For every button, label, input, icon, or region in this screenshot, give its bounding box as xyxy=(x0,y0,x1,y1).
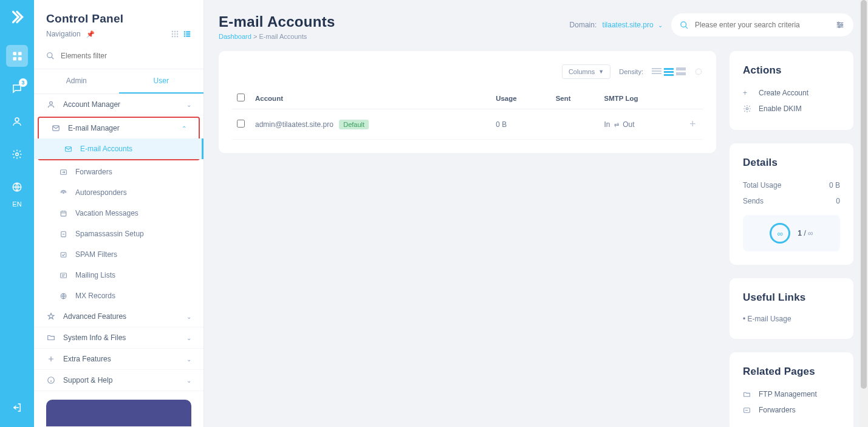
useful-links-card: Useful Links • E-mail Usage xyxy=(730,278,853,339)
density-label: Density: xyxy=(619,68,643,75)
quota-widget: ∞ 1 / ∞ xyxy=(743,215,840,251)
nav-forwarders[interactable]: Forwarders xyxy=(34,162,203,182)
nav-support[interactable]: Support & Help ⌄ xyxy=(34,370,203,391)
svg-rect-16 xyxy=(184,31,185,32)
density-medium-icon[interactable] xyxy=(664,67,674,76)
chevron-down-icon: ⌄ xyxy=(186,101,191,108)
chevron-down-icon: ⌄ xyxy=(658,22,663,29)
tab-admin[interactable]: Admin xyxy=(34,69,119,94)
details-card: Details Total Usage 0 B Sends 0 ∞ xyxy=(730,143,853,265)
sidebar-cta-button[interactable] xyxy=(46,400,191,426)
rail-chat-icon[interactable]: 3 xyxy=(6,78,28,100)
col-account[interactable]: Account xyxy=(250,87,491,109)
nav-extra[interactable]: Extra Features ⌄ xyxy=(34,349,203,370)
search-bar xyxy=(671,13,853,36)
crumb-dashboard[interactable]: Dashboard xyxy=(219,33,251,40)
search-input[interactable] xyxy=(695,21,829,29)
nav-email-accounts[interactable]: E-mail Accounts xyxy=(34,138,203,159)
rail-settings-icon[interactable] xyxy=(6,143,28,165)
pin-icon[interactable]: 📌 xyxy=(86,30,95,38)
rail-logout-icon[interactable] xyxy=(6,397,28,418)
create-account-action[interactable]: + Create Account xyxy=(743,85,840,101)
useful-links-title: Useful Links xyxy=(743,292,840,304)
view-list-icon[interactable] xyxy=(183,30,191,38)
reload-icon[interactable] xyxy=(694,67,703,76)
svg-rect-8 xyxy=(174,30,176,32)
rail-dashboard-icon[interactable] xyxy=(6,45,28,67)
svg-rect-10 xyxy=(172,33,173,34)
chevron-down-icon: ⌄ xyxy=(186,356,191,363)
page-title: E-mail Accounts xyxy=(219,13,335,30)
svg-rect-0 xyxy=(13,52,16,55)
svg-rect-13 xyxy=(172,35,173,36)
nav-mx[interactable]: MX Records xyxy=(34,285,203,306)
svg-rect-3 xyxy=(18,56,21,60)
svg-rect-1 xyxy=(18,52,21,55)
svg-rect-18 xyxy=(184,33,185,34)
email-usage-link[interactable]: • E-mail Usage xyxy=(743,312,840,326)
actions-title: Actions xyxy=(743,64,840,77)
domain-selector[interactable]: Domain: tilaatest.site.pro ⌄ xyxy=(570,21,663,29)
svg-point-36 xyxy=(841,24,842,26)
forward-icon xyxy=(743,406,753,414)
logo-icon[interactable] xyxy=(7,7,27,27)
col-usage[interactable]: Usage xyxy=(491,87,551,109)
nav-sysinfo[interactable]: System Info & Files ⌄ xyxy=(34,327,203,349)
svg-point-27 xyxy=(63,192,64,193)
details-title: Details xyxy=(743,157,840,169)
svg-rect-14 xyxy=(174,35,176,36)
chevron-down-icon: ⌄ xyxy=(186,335,191,341)
svg-point-4 xyxy=(15,118,19,121)
svg-rect-21 xyxy=(186,35,190,36)
mail-icon xyxy=(63,145,73,153)
swap-icon: ⇄ xyxy=(614,121,619,128)
select-all-checkbox[interactable] xyxy=(237,94,245,101)
nav-account-manager[interactable]: Account Manager ⌄ xyxy=(34,94,203,115)
rail-lang-icon[interactable] xyxy=(6,176,28,198)
row-checkbox[interactable] xyxy=(237,120,245,128)
elements-filter-input[interactable] xyxy=(61,52,191,60)
nav-spamassassin[interactable]: Spamassassin Setup xyxy=(34,224,203,244)
nav-advanced[interactable]: Advanced Features ⌄ xyxy=(34,306,203,327)
chevron-down-icon: ⌄ xyxy=(186,377,191,384)
tab-user[interactable]: User xyxy=(119,69,204,94)
density-compact-icon[interactable] xyxy=(652,67,661,76)
col-sent[interactable]: Sent xyxy=(551,87,600,109)
sidebar-subtitle: Navigation xyxy=(46,30,81,38)
rail-lang-label: EN xyxy=(12,200,21,208)
star-icon xyxy=(46,312,56,321)
enable-dkim-action[interactable]: Enable DKIM xyxy=(743,101,840,117)
scrollbar[interactable] xyxy=(859,0,868,427)
folder-icon xyxy=(46,333,56,342)
sliders-icon[interactable] xyxy=(835,20,845,30)
view-grid-icon[interactable] xyxy=(171,30,179,38)
col-smtp[interactable]: SMTP Log xyxy=(600,87,685,109)
nav-autoresponders[interactable]: Autoresponders xyxy=(34,182,203,203)
total-usage-label: Total Usage xyxy=(743,181,781,190)
account-sent xyxy=(551,109,600,140)
sidebar-title: Control Panel xyxy=(46,12,191,26)
expand-row-icon[interactable]: + xyxy=(689,118,696,130)
chevron-up-icon: ⌃ xyxy=(182,125,186,132)
table-row[interactable]: admin@tilaatest.site.pro Default 0 B In … xyxy=(232,109,703,140)
smtp-log[interactable]: In ⇄ Out xyxy=(600,109,685,140)
filter-icon xyxy=(58,251,68,259)
density-large-icon[interactable] xyxy=(676,67,686,76)
related-pages-title: Related Pages xyxy=(743,366,840,378)
nav-spamfilters[interactable]: SPAM Filters xyxy=(34,244,203,265)
scrollbar-thumb[interactable] xyxy=(861,0,867,389)
chevron-down-icon: ⌄ xyxy=(186,313,191,320)
nav-vacation[interactable]: Vacation Messages xyxy=(34,203,203,224)
rail-user-icon[interactable] xyxy=(6,111,28,132)
svg-point-47 xyxy=(746,108,748,110)
sends-label: Sends xyxy=(743,197,764,205)
nav-mailing[interactable]: Mailing Lists xyxy=(34,265,203,285)
nav-email-manager[interactable]: E-mail Manager ⌃ xyxy=(34,118,203,138)
related-ftp[interactable]: FTP Management xyxy=(743,386,840,402)
svg-rect-41 xyxy=(664,68,674,70)
svg-rect-43 xyxy=(664,74,674,76)
columns-button[interactable]: Columns ▼ xyxy=(562,64,610,79)
list-icon xyxy=(58,272,68,279)
related-forwarders[interactable]: Forwarders xyxy=(743,402,840,418)
mail-icon xyxy=(51,124,61,132)
